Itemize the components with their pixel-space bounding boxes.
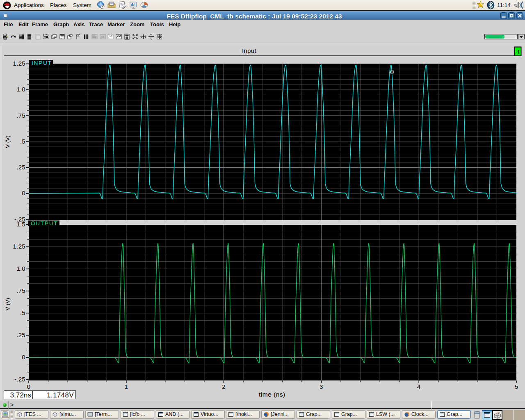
svg-text:0: 0 [27,383,31,390]
svg-text:0: 0 [22,189,25,196]
svg-text:.25: .25 [16,164,25,171]
svg-text:Input: Input [242,47,256,54]
svg-text:1.5: 1.5 [16,221,25,228]
svg-text:1.25: 1.25 [13,243,25,250]
svg-text:OUTPUT: OUTPUT [31,220,58,226]
svg-text:4: 4 [417,383,421,390]
svg-text:.75: .75 [16,112,25,119]
svg-text:2: 2 [222,383,226,390]
svg-text:1: 1 [517,49,520,56]
svg-text:.75: .75 [16,287,25,294]
svg-text:5: 5 [515,383,518,390]
svg-text:1: 1 [124,383,128,390]
svg-text:1.0: 1.0 [16,86,25,93]
svg-text:1.25: 1.25 [13,60,25,67]
svg-text:.5: .5 [20,138,25,145]
svg-text:time (ns): time (ns) [259,391,285,398]
svg-text:V (V): V (V) [5,135,11,148]
svg-text:.5: .5 [20,309,25,316]
svg-text:INPUT: INPUT [32,60,52,66]
svg-text:3: 3 [320,383,323,390]
svg-text:-.25: -.25 [14,376,25,383]
svg-text:.25: .25 [16,331,25,338]
svg-text:0: 0 [22,354,25,361]
svg-text:1.0: 1.0 [16,265,25,272]
svg-text:V (V): V (V) [5,298,11,310]
